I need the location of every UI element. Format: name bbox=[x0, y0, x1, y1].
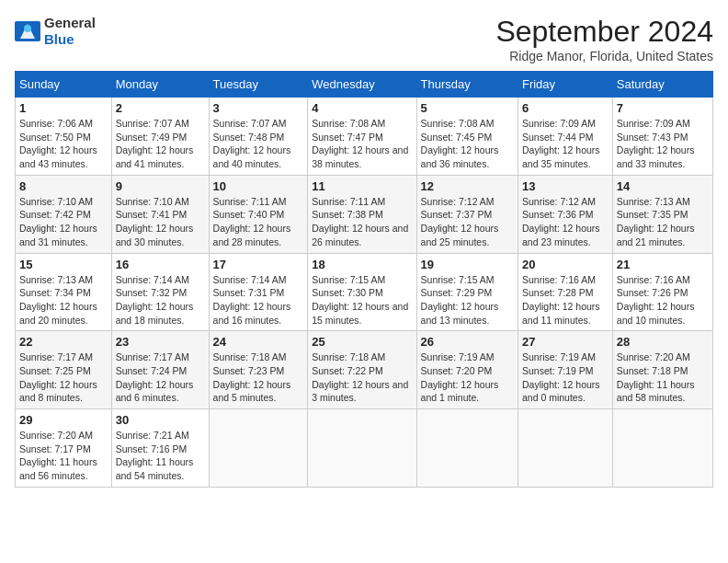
calendar-cell: 22Sunrise: 7:17 AMSunset: 7:25 PMDayligh… bbox=[16, 331, 112, 409]
calendar-cell: 12Sunrise: 7:12 AMSunset: 7:37 PMDayligh… bbox=[416, 175, 518, 253]
col-sunday: Sunday bbox=[16, 72, 112, 98]
day-info: Sunrise: 7:18 AMSunset: 7:23 PMDaylight:… bbox=[213, 350, 304, 405]
day-number: 18 bbox=[312, 258, 412, 271]
day-info: Sunrise: 7:17 AMSunset: 7:25 PMDaylight:… bbox=[19, 350, 108, 405]
calendar-cell: 28Sunrise: 7:20 AMSunset: 7:18 PMDayligh… bbox=[612, 331, 712, 409]
calendar-body: 1Sunrise: 7:06 AMSunset: 7:50 PMDaylight… bbox=[16, 98, 713, 488]
col-tuesday: Tuesday bbox=[209, 72, 308, 98]
col-saturday: Saturday bbox=[612, 72, 712, 98]
calendar-cell: 10Sunrise: 7:11 AMSunset: 7:40 PMDayligh… bbox=[209, 175, 308, 253]
calendar-cell: 2Sunrise: 7:07 AMSunset: 7:49 PMDaylight… bbox=[111, 98, 209, 176]
day-number: 27 bbox=[522, 335, 609, 349]
day-info: Sunrise: 7:16 AMSunset: 7:26 PMDaylight:… bbox=[617, 273, 709, 327]
day-number: 30 bbox=[116, 413, 205, 427]
calendar-cell: 4Sunrise: 7:08 AMSunset: 7:47 PMDaylight… bbox=[308, 98, 416, 176]
day-info: Sunrise: 7:15 AMSunset: 7:29 PMDaylight:… bbox=[421, 273, 514, 327]
calendar-cell: 9Sunrise: 7:10 AMSunset: 7:41 PMDaylight… bbox=[111, 175, 209, 253]
calendar-cell: 1Sunrise: 7:06 AMSunset: 7:50 PMDaylight… bbox=[16, 98, 112, 176]
calendar-cell: 17Sunrise: 7:14 AMSunset: 7:31 PMDayligh… bbox=[209, 253, 308, 331]
calendar-cell: 16Sunrise: 7:14 AMSunset: 7:32 PMDayligh… bbox=[111, 253, 209, 331]
day-info: Sunrise: 7:10 AMSunset: 7:42 PMDaylight:… bbox=[19, 195, 108, 249]
logo: General Blue bbox=[15, 15, 96, 48]
calendar-cell: 26Sunrise: 7:19 AMSunset: 7:20 PMDayligh… bbox=[416, 331, 518, 409]
calendar-cell: 23Sunrise: 7:17 AMSunset: 7:24 PMDayligh… bbox=[111, 331, 209, 409]
day-number: 11 bbox=[312, 179, 412, 193]
calendar-cell: 3Sunrise: 7:07 AMSunset: 7:48 PMDaylight… bbox=[209, 98, 308, 176]
day-number: 4 bbox=[312, 101, 412, 115]
calendar-cell: 21Sunrise: 7:16 AMSunset: 7:26 PMDayligh… bbox=[612, 253, 712, 331]
col-friday: Friday bbox=[518, 72, 612, 98]
calendar-cell bbox=[209, 409, 308, 488]
day-number: 26 bbox=[421, 335, 514, 349]
day-number: 16 bbox=[116, 258, 205, 271]
calendar-cell: 24Sunrise: 7:18 AMSunset: 7:23 PMDayligh… bbox=[209, 331, 308, 409]
day-number: 5 bbox=[421, 101, 514, 115]
day-number: 17 bbox=[213, 258, 304, 271]
day-info: Sunrise: 7:21 AMSunset: 7:16 PMDaylight:… bbox=[116, 429, 205, 483]
calendar-cell: 8Sunrise: 7:10 AMSunset: 7:42 PMDaylight… bbox=[16, 175, 112, 253]
day-number: 8 bbox=[19, 179, 108, 193]
day-number: 22 bbox=[19, 335, 108, 349]
header-row: Sunday Monday Tuesday Wednesday Thursday… bbox=[16, 72, 713, 98]
day-number: 15 bbox=[19, 258, 108, 271]
logo-icon bbox=[15, 21, 40, 41]
logo-text-general: General bbox=[44, 15, 96, 30]
col-wednesday: Wednesday bbox=[308, 72, 416, 98]
calendar-cell: 13Sunrise: 7:12 AMSunset: 7:36 PMDayligh… bbox=[518, 175, 612, 253]
subtitle: Ridge Manor, Florida, United States bbox=[495, 49, 713, 63]
day-info: Sunrise: 7:18 AMSunset: 7:22 PMDaylight:… bbox=[312, 350, 412, 405]
day-info: Sunrise: 7:10 AMSunset: 7:41 PMDaylight:… bbox=[116, 195, 205, 249]
day-number: 25 bbox=[312, 335, 412, 349]
day-info: Sunrise: 7:08 AMSunset: 7:45 PMDaylight:… bbox=[421, 117, 514, 171]
calendar-week-1: 1Sunrise: 7:06 AMSunset: 7:50 PMDaylight… bbox=[16, 98, 713, 176]
day-info: Sunrise: 7:12 AMSunset: 7:36 PMDaylight:… bbox=[522, 195, 609, 249]
day-info: Sunrise: 7:15 AMSunset: 7:30 PMDaylight:… bbox=[312, 273, 412, 327]
title-area: September 2024 Ridge Manor, Florida, Uni… bbox=[495, 15, 713, 63]
calendar-week-5: 29Sunrise: 7:20 AMSunset: 7:17 PMDayligh… bbox=[16, 409, 713, 488]
day-info: Sunrise: 7:08 AMSunset: 7:47 PMDaylight:… bbox=[312, 117, 412, 171]
day-number: 24 bbox=[213, 335, 304, 349]
day-number: 29 bbox=[19, 413, 108, 427]
calendar-cell: 20Sunrise: 7:16 AMSunset: 7:28 PMDayligh… bbox=[518, 253, 612, 331]
day-info: Sunrise: 7:20 AMSunset: 7:17 PMDaylight:… bbox=[19, 429, 108, 483]
day-info: Sunrise: 7:13 AMSunset: 7:35 PMDaylight:… bbox=[617, 195, 709, 249]
logo-text-blue: Blue bbox=[44, 31, 74, 47]
day-info: Sunrise: 7:16 AMSunset: 7:28 PMDaylight:… bbox=[522, 273, 609, 327]
day-info: Sunrise: 7:20 AMSunset: 7:18 PMDaylight:… bbox=[617, 350, 709, 405]
svg-point-2 bbox=[24, 25, 31, 32]
calendar-cell: 7Sunrise: 7:09 AMSunset: 7:43 PMDaylight… bbox=[612, 98, 712, 176]
day-number: 10 bbox=[213, 179, 304, 193]
day-number: 3 bbox=[213, 101, 304, 115]
calendar-cell: 18Sunrise: 7:15 AMSunset: 7:30 PMDayligh… bbox=[308, 253, 416, 331]
calendar-cell: 30Sunrise: 7:21 AMSunset: 7:16 PMDayligh… bbox=[111, 409, 209, 488]
day-info: Sunrise: 7:11 AMSunset: 7:38 PMDaylight:… bbox=[312, 195, 412, 249]
day-info: Sunrise: 7:07 AMSunset: 7:49 PMDaylight:… bbox=[116, 117, 205, 171]
day-number: 19 bbox=[421, 258, 514, 271]
col-thursday: Thursday bbox=[416, 72, 518, 98]
day-info: Sunrise: 7:19 AMSunset: 7:20 PMDaylight:… bbox=[421, 350, 514, 405]
day-info: Sunrise: 7:14 AMSunset: 7:31 PMDaylight:… bbox=[213, 273, 304, 327]
calendar-cell bbox=[518, 409, 612, 488]
col-monday: Monday bbox=[111, 72, 209, 98]
day-number: 7 bbox=[617, 101, 709, 115]
day-info: Sunrise: 7:13 AMSunset: 7:34 PMDaylight:… bbox=[19, 273, 108, 327]
day-number: 2 bbox=[116, 101, 205, 115]
day-info: Sunrise: 7:07 AMSunset: 7:48 PMDaylight:… bbox=[213, 117, 304, 171]
day-number: 28 bbox=[617, 335, 709, 349]
calendar-cell bbox=[612, 409, 712, 488]
calendar-cell: 14Sunrise: 7:13 AMSunset: 7:35 PMDayligh… bbox=[612, 175, 712, 253]
calendar-cell bbox=[308, 409, 416, 488]
page-header: General Blue September 2024 Ridge Manor,… bbox=[15, 15, 713, 63]
calendar-cell: 11Sunrise: 7:11 AMSunset: 7:38 PMDayligh… bbox=[308, 175, 416, 253]
day-info: Sunrise: 7:06 AMSunset: 7:50 PMDaylight:… bbox=[19, 117, 108, 171]
day-info: Sunrise: 7:12 AMSunset: 7:37 PMDaylight:… bbox=[421, 195, 514, 249]
day-number: 21 bbox=[617, 258, 709, 271]
calendar-cell: 19Sunrise: 7:15 AMSunset: 7:29 PMDayligh… bbox=[416, 253, 518, 331]
day-number: 9 bbox=[116, 179, 205, 193]
calendar-week-4: 22Sunrise: 7:17 AMSunset: 7:25 PMDayligh… bbox=[16, 331, 713, 409]
calendar-cell: 6Sunrise: 7:09 AMSunset: 7:44 PMDaylight… bbox=[518, 98, 612, 176]
day-info: Sunrise: 7:14 AMSunset: 7:32 PMDaylight:… bbox=[116, 273, 205, 327]
day-info: Sunrise: 7:19 AMSunset: 7:19 PMDaylight:… bbox=[522, 350, 609, 405]
day-number: 1 bbox=[19, 101, 108, 115]
day-number: 12 bbox=[421, 179, 514, 193]
